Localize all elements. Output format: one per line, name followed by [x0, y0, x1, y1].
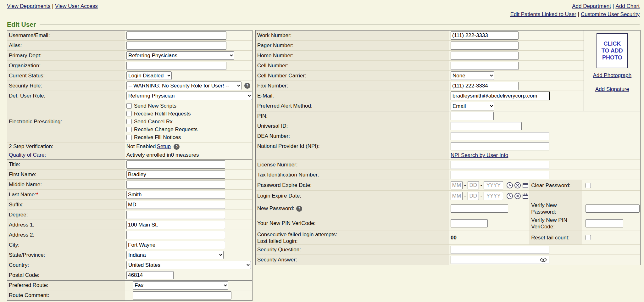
view-departments-link[interactable]: View Departments — [7, 3, 51, 9]
pin-input[interactable] — [451, 112, 494, 120]
new-password-input[interactable] — [451, 204, 508, 213]
first-name-input[interactable] — [126, 171, 225, 179]
security-answer-input[interactable] — [451, 256, 549, 264]
email-input[interactable] — [451, 92, 550, 100]
reset-fail-count-checkbox[interactable] — [586, 235, 591, 240]
password-expire-yyyy-input[interactable] — [484, 181, 503, 189]
verify-new-password-input[interactable] — [586, 204, 640, 213]
field-label: DEA Number: — [256, 131, 449, 141]
help-icon[interactable]: ? — [296, 206, 302, 212]
npi-input[interactable] — [451, 142, 549, 150]
field-label: Postal Code: — [7, 270, 125, 280]
receive-refill-requests-checkbox[interactable] — [126, 111, 132, 116]
clear-password-checkbox[interactable] — [586, 183, 591, 188]
password-expire-dd-input[interactable] — [468, 181, 479, 189]
row-postal-code: Postal Code: — [7, 270, 252, 280]
add-chart-link[interactable]: Add Chart — [615, 3, 640, 9]
quality-of-care-link[interactable]: Quality of Care: — [9, 152, 46, 158]
add-signature-link[interactable]: Add Signature — [595, 86, 629, 92]
organization-input[interactable] — [126, 62, 226, 70]
calendar-icon[interactable] — [522, 193, 529, 199]
row-quality-of-care: Quality of Care: Actively enrolled in0 m… — [7, 151, 252, 159]
middle-name-input[interactable] — [126, 181, 225, 189]
suffix-input[interactable] — [126, 201, 225, 209]
send-cancel-rx-checkbox[interactable] — [126, 119, 132, 124]
state-province-select[interactable]: Indiana — [126, 251, 224, 259]
view-user-access-link[interactable]: View User Access — [55, 3, 98, 9]
tax-id-input[interactable] — [451, 171, 549, 179]
eye-icon[interactable] — [540, 258, 547, 262]
clear-date-icon[interactable] — [514, 182, 521, 189]
alias-input[interactable] — [126, 42, 226, 50]
field-cell: Fax — [125, 281, 252, 290]
send-new-scripts-checkbox[interactable] — [126, 103, 132, 109]
field-label: Address 1: — [7, 220, 125, 230]
security-role-select[interactable]: -- WARNING: No Security Role for User! -… — [126, 81, 242, 90]
fax-number-input[interactable] — [451, 82, 519, 90]
pager-number-input[interactable] — [451, 42, 519, 50]
address1-input[interactable] — [126, 221, 225, 229]
add-photograph-link[interactable]: Add Photograph — [593, 72, 631, 79]
field-label: Title: — [7, 160, 125, 169]
field-label: Last failed Login: — [257, 238, 298, 244]
login-expire-yyyy-input[interactable] — [484, 192, 503, 200]
help-icon[interactable]: ? — [174, 144, 180, 150]
receive-fill-notices-checkbox[interactable] — [126, 135, 132, 140]
field-cell — [125, 190, 252, 199]
verify-pin-vericode-input[interactable] — [586, 219, 623, 227]
contact-rows: Work Number: Pager Number: Home Number: … — [256, 31, 584, 111]
work-number-input[interactable] — [451, 31, 519, 40]
field-label: Reset fail count: — [529, 231, 582, 244]
setup-link[interactable]: Setup — [157, 143, 171, 150]
password-expire-mm-input[interactable] — [451, 181, 463, 189]
license-number-input[interactable] — [451, 161, 549, 169]
postal-code-input[interactable] — [126, 271, 174, 279]
def-user-role-select[interactable]: Referring Physician — [126, 92, 252, 100]
dea-number-input[interactable] — [451, 132, 549, 140]
last-name-input[interactable] — [126, 191, 225, 199]
cell-number-input[interactable] — [451, 62, 519, 70]
login-expire-dd-input[interactable] — [468, 192, 479, 200]
country-select[interactable]: United States — [126, 261, 251, 269]
clear-date-icon[interactable] — [514, 193, 521, 199]
row-login-expire: Login Expire Date: - - — [256, 191, 640, 201]
username-input[interactable] — [126, 31, 226, 40]
row-home-number: Home Number: — [256, 51, 584, 61]
home-number-input[interactable] — [451, 52, 519, 60]
field-label: City: — [7, 240, 125, 250]
receive-change-requests-checkbox[interactable] — [126, 127, 132, 132]
help-icon[interactable]: ? — [244, 83, 250, 89]
field-label: Fax Number: — [256, 81, 449, 91]
primary-dept-select[interactable]: Referring Physicians — [126, 51, 234, 60]
current-status-select[interactable]: Login Disabled — [126, 71, 172, 80]
field-label: Primary Dept: — [7, 51, 125, 60]
checkbox-label: Receive Change Requests — [134, 126, 197, 133]
universal-id-input[interactable] — [451, 122, 522, 130]
login-expire-mm-input[interactable] — [451, 192, 463, 200]
npi-search-link[interactable]: NPI Search by User Info — [451, 152, 508, 159]
row-cell-number: Cell Number: — [256, 61, 584, 71]
security-question-input[interactable] — [451, 246, 549, 254]
preferred-alert-select[interactable]: Email — [451, 102, 494, 110]
field-label: Address 2: — [7, 230, 125, 240]
route-comment-input[interactable] — [133, 291, 231, 299]
field-label: PIN: — [256, 111, 449, 121]
clock-icon[interactable] — [506, 193, 513, 199]
preferred-route-select[interactable]: Fax — [133, 281, 228, 290]
row-cell-carrier: Cell Number Carrier: None — [256, 71, 584, 81]
field-cell — [449, 41, 584, 50]
customize-user-security-link[interactable]: Customize User Security — [581, 11, 640, 17]
city-input[interactable] — [126, 241, 225, 249]
field-label: Home Number: — [256, 51, 449, 60]
pin-vericode-input[interactable] — [451, 219, 488, 227]
clock-icon[interactable] — [506, 182, 513, 189]
add-photo-placeholder[interactable]: CLICK TO ADD PHOTO — [597, 33, 628, 68]
degree-input[interactable] — [126, 211, 225, 219]
cell-carrier-select[interactable]: None — [451, 71, 494, 80]
edit-patients-linked-link[interactable]: Edit Patients Linked to User — [510, 11, 576, 17]
add-department-link[interactable]: Add Department — [572, 3, 611, 9]
calendar-icon[interactable] — [522, 182, 529, 189]
row-pager-number: Pager Number: — [256, 41, 584, 51]
address2-input[interactable] — [126, 231, 225, 239]
title-input[interactable] — [126, 160, 225, 169]
